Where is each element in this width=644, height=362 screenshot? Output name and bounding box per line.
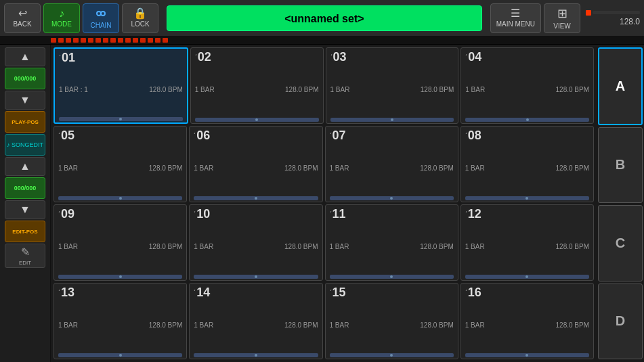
track-ind-6: [88, 38, 93, 43]
playpos-button[interactable]: PLAY-POS: [5, 111, 45, 133]
tempo-value: 128.0: [586, 17, 640, 26]
scene-11-bar: 1 BAR: [330, 243, 349, 250]
scene-05-bar: 1 BAR: [58, 164, 78, 172]
scene-15[interactable]: ʻ 15 1 BAR 128.0 BPM: [325, 283, 458, 359]
lock-icon: 🔒: [133, 8, 147, 19]
scene-14-bar: 1 BAR: [194, 321, 213, 329]
scene-09-bar: 1 BAR: [58, 243, 78, 250]
track-indicators: [0, 37, 644, 45]
scene-label-c[interactable]: C: [598, 205, 643, 281]
scene-label-d[interactable]: D: [598, 284, 643, 360]
scene-13-bar: 1 BAR: [58, 321, 78, 329]
scene-04[interactable]: ʻ 04 1 BAR 128.0 BPM: [460, 47, 594, 124]
scene-02-bpm: 128.0 BPM: [285, 86, 318, 93]
songedit-button[interactable]: ♪ SONG EDIT: [5, 134, 45, 156]
scene-16-bar: 1 BAR: [465, 321, 485, 329]
track-ind-10: [118, 38, 123, 43]
down-arrow-2[interactable]: ▼: [5, 200, 45, 219]
tempo-bar: [593, 11, 640, 14]
scene-11[interactable]: ʻ 11 1 BAR 128.0 BPM: [325, 204, 458, 281]
back-icon: ↩: [18, 8, 27, 19]
scene-12-bar: 1 BAR: [465, 243, 485, 250]
scene-08[interactable]: ʻ 08 1 BAR 128.0 BPM: [460, 126, 594, 202]
scene-05[interactable]: ʻ 05 1 BAR 128.0 BPM: [53, 126, 187, 202]
scene-06-bar: 1 BAR: [194, 164, 213, 172]
mainmenu-button[interactable]: ☰ MAIN MENU: [490, 3, 541, 33]
scene-07-bar: 1 BAR: [330, 164, 349, 172]
back-label: BACK: [13, 20, 31, 28]
scene-10-bar-indicator: [194, 275, 318, 279]
scene-label-b[interactable]: B: [598, 127, 643, 204]
scene-09[interactable]: ʻ 09 1 BAR 128.0 BPM: [53, 204, 187, 281]
grid-row-2: ʻ 05 1 BAR 128.0 BPM ʻ 06 1 BAR 128.0 BP…: [53, 126, 594, 202]
grid-row-3: ʻ 09 1 BAR 128.0 BPM ʻ 10 1 BAR 128.0 BP…: [53, 204, 594, 281]
view-icon: ⊞: [557, 6, 567, 21]
up-arrow-1[interactable]: ▲: [5, 47, 45, 66]
scene-11-bpm: 128.0 BPM: [420, 243, 453, 250]
scene-01-bpm: 128.0 BPM: [149, 86, 182, 93]
track-ind-3: [66, 38, 71, 43]
back-button[interactable]: ↩ BACK: [4, 3, 41, 33]
songedit-line2: EDIT: [30, 141, 44, 148]
scene-06[interactable]: ʻ 06 1 BAR 128.0 BPM: [189, 126, 322, 202]
view-label: VIEW: [553, 22, 571, 30]
scene-01-bar: 1 BAR : 1: [59, 86, 88, 93]
main-area: ▲ 000/000 ▼ PLAY-POS ♪ SONG EDIT ▲ 000/0…: [0, 45, 644, 362]
scene-03[interactable]: ʻ 03 1 BAR 128.0 BPM: [326, 47, 459, 124]
up-arrow-2[interactable]: ▲: [5, 157, 45, 176]
scene-04-bar-indicator: [465, 118, 589, 122]
view-button[interactable]: ⊞ VIEW: [544, 3, 580, 33]
scene-grid: ʻ 01 1 BAR : 1 128.0 BPM ʻ 02 1 BAR 128.…: [51, 45, 597, 362]
scene-15-bar: 1 BAR: [330, 321, 349, 329]
scene-09-bpm: 128.0 BPM: [149, 243, 182, 250]
scene-13[interactable]: ʻ 13 1 BAR 128.0 BPM: [53, 283, 187, 359]
scene-16-bar-indicator: [465, 353, 589, 357]
scene-15-bpm: 128.0 BPM: [420, 321, 453, 329]
mode-button[interactable]: ♪ MODE: [43, 3, 80, 33]
counter-1: 000/000: [5, 68, 45, 89]
track-ind-9: [110, 38, 116, 43]
scene-05-bpm: 128.0 BPM: [149, 164, 182, 172]
scene-08-bar: 1 BAR: [465, 164, 485, 172]
down-arrow-1[interactable]: ▼: [5, 91, 45, 110]
svg-point-1: [101, 12, 105, 16]
toolbar: ↩ BACK ♪ MODE CHAIN 🔒 LOCK <unnamed set>…: [0, 0, 644, 37]
songedit-line1: ♪ SONG: [7, 141, 30, 148]
scene-03-bar-indicator: [330, 118, 454, 122]
lock-button[interactable]: 🔒 LOCK: [122, 3, 158, 33]
sidebar: ▲ 000/000 ▼ PLAY-POS ♪ SONG EDIT ▲ 000/0…: [0, 45, 51, 362]
editpos-button[interactable]: EDIT-POS: [5, 221, 45, 242]
tempo-display-area: 128.0: [586, 3, 640, 33]
scene-10[interactable]: ʻ 10 1 BAR 128.0 BPM: [189, 204, 322, 281]
set-title[interactable]: <unnamed set>: [167, 5, 482, 31]
scene-label-a[interactable]: A: [598, 47, 643, 125]
tempo-red-indicator: [586, 10, 591, 16]
scene-12-bar-indicator: [465, 275, 589, 279]
scene-02[interactable]: ʻ 02 1 BAR 128.0 BPM: [190, 47, 324, 124]
scene-08-bar-indicator: [465, 196, 589, 200]
scene-labels-panel: A B C D: [597, 45, 644, 362]
scene-02-bar-indicator: [195, 118, 319, 122]
grid-row-1: ʻ 01 1 BAR : 1 128.0 BPM ʻ 02 1 BAR 128.…: [53, 47, 594, 124]
track-ind-4: [73, 38, 79, 43]
edit-icon: ✎: [21, 246, 30, 258]
scene-13-bar-indicator: [58, 353, 182, 357]
track-ind-2: [58, 38, 64, 43]
counter-2: 000/000: [5, 177, 45, 199]
track-ind-5: [81, 38, 86, 43]
edit-button[interactable]: ✎ EDIT: [5, 244, 45, 268]
scene-12[interactable]: ʻ 12 1 BAR 128.0 BPM: [460, 204, 594, 281]
scene-14[interactable]: ʻ 14 1 BAR 128.0 BPM: [189, 283, 322, 359]
track-ind-7: [95, 38, 101, 43]
chain-label: CHAIN: [90, 22, 111, 29]
scene-14-bpm: 128.0 BPM: [284, 321, 318, 329]
track-ind-1: [51, 38, 56, 43]
chain-icon: [94, 7, 108, 20]
track-ind-11: [125, 38, 131, 43]
scene-16[interactable]: ʻ 16 1 BAR 128.0 BPM: [460, 283, 594, 359]
chain-button[interactable]: CHAIN: [83, 3, 119, 33]
scene-07[interactable]: ʻ 07 1 BAR 128.0 BPM: [325, 126, 458, 202]
scene-01[interactable]: ʻ 01 1 BAR : 1 128.0 BPM: [53, 47, 188, 124]
mode-icon: ♪: [59, 8, 64, 19]
track-ind-14: [148, 38, 153, 43]
